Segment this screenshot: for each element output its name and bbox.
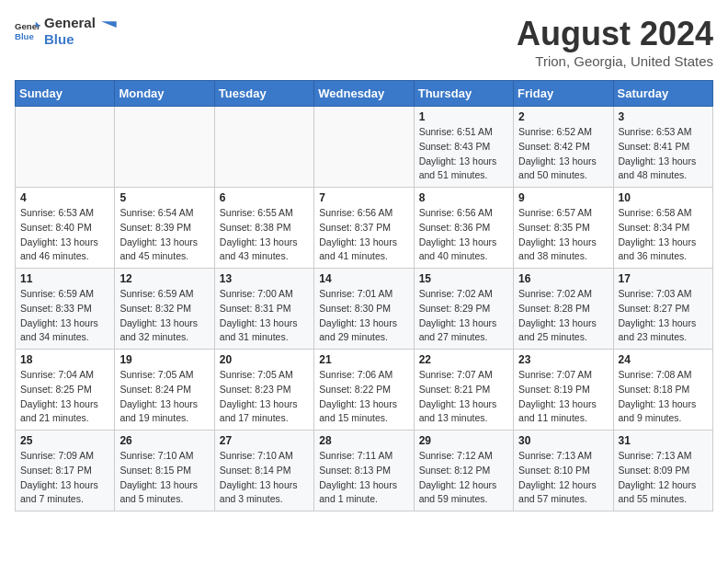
day-info: Sunrise: 6:52 AM Sunset: 8:42 PM Dayligh… [518,125,608,183]
day-info: Sunrise: 7:12 AM Sunset: 8:12 PM Dayligh… [419,449,508,507]
day-cell [314,107,414,188]
day-number: 23 [518,353,608,366]
day-info: Sunrise: 6:53 AM Sunset: 8:40 PM Dayligh… [20,206,109,264]
day-cell: 24Sunrise: 7:08 AM Sunset: 8:18 PM Dayli… [613,350,712,431]
day-number: 17 [619,272,708,285]
day-number: 27 [220,434,309,447]
day-cell: 8Sunrise: 6:56 AM Sunset: 8:36 PM Daylig… [414,188,513,269]
page-header: General Blue General Blue August 2024 Tr… [15,15,713,69]
day-info: Sunrise: 7:13 AM Sunset: 8:10 PM Dayligh… [518,449,608,507]
day-info: Sunrise: 7:04 AM Sunset: 8:25 PM Dayligh… [20,368,109,426]
week-row-1: 1Sunrise: 6:51 AM Sunset: 8:43 PM Daylig… [16,107,713,188]
day-cell: 2Sunrise: 6:52 AM Sunset: 8:42 PM Daylig… [514,107,613,188]
day-cell: 25Sunrise: 7:09 AM Sunset: 8:17 PM Dayli… [16,431,115,511]
day-cell: 21Sunrise: 7:06 AM Sunset: 8:22 PM Dayli… [314,350,414,431]
day-number: 20 [220,353,309,366]
day-number: 25 [20,434,109,447]
day-info: Sunrise: 7:08 AM Sunset: 8:18 PM Dayligh… [619,368,708,426]
day-cell: 20Sunrise: 7:05 AM Sunset: 8:23 PM Dayli… [214,350,313,431]
day-number: 19 [119,353,209,366]
header-thursday: Thursday [414,81,513,107]
week-row-5: 25Sunrise: 7:09 AM Sunset: 8:17 PM Dayli… [16,431,713,511]
header-saturday: Saturday [613,81,712,107]
day-cell: 15Sunrise: 7:02 AM Sunset: 8:29 PM Dayli… [414,269,513,350]
svg-text:Blue: Blue [15,31,34,41]
day-number: 12 [119,272,209,285]
day-cell: 29Sunrise: 7:12 AM Sunset: 8:12 PM Dayli… [414,431,513,511]
day-info: Sunrise: 6:51 AM Sunset: 8:43 PM Dayligh… [419,125,508,183]
day-info: Sunrise: 7:09 AM Sunset: 8:17 PM Dayligh… [20,449,109,507]
subtitle: Trion, Georgia, United States [517,53,713,69]
day-info: Sunrise: 7:11 AM Sunset: 8:13 PM Dayligh… [319,449,408,507]
day-number: 3 [619,110,708,123]
day-cell: 19Sunrise: 7:05 AM Sunset: 8:24 PM Dayli… [115,350,214,431]
day-cell: 17Sunrise: 7:03 AM Sunset: 8:27 PM Dayli… [613,269,712,350]
day-cell: 18Sunrise: 7:04 AM Sunset: 8:25 PM Dayli… [16,350,115,431]
day-cell: 26Sunrise: 7:10 AM Sunset: 8:15 PM Dayli… [115,431,214,511]
day-cell: 14Sunrise: 7:01 AM Sunset: 8:30 PM Dayli… [314,269,414,350]
day-number: 18 [20,353,109,366]
day-cell: 11Sunrise: 6:59 AM Sunset: 8:33 PM Dayli… [16,269,115,350]
day-info: Sunrise: 7:13 AM Sunset: 8:09 PM Dayligh… [619,449,708,507]
day-number: 4 [20,191,109,204]
day-number: 24 [619,353,708,366]
day-number: 9 [518,191,608,204]
day-number: 26 [119,434,209,447]
logo: General Blue General Blue [15,15,119,48]
day-number: 7 [319,191,408,204]
day-number: 13 [220,272,309,285]
day-cell: 28Sunrise: 7:11 AM Sunset: 8:13 PM Dayli… [314,431,414,511]
logo-text-blue: Blue [44,31,96,48]
day-number: 28 [319,434,408,447]
svg-marker-3 [101,21,117,28]
week-row-3: 11Sunrise: 6:59 AM Sunset: 8:33 PM Dayli… [16,269,713,350]
day-info: Sunrise: 7:10 AM Sunset: 8:14 PM Dayligh… [220,449,309,507]
header-friday: Friday [514,81,613,107]
day-info: Sunrise: 7:05 AM Sunset: 8:23 PM Dayligh… [220,368,309,426]
logo-arrow-icon [101,18,119,37]
day-cell: 22Sunrise: 7:07 AM Sunset: 8:21 PM Dayli… [414,350,513,431]
day-number: 31 [619,434,708,447]
day-info: Sunrise: 7:07 AM Sunset: 8:21 PM Dayligh… [419,368,508,426]
header-monday: Monday [115,81,214,107]
day-info: Sunrise: 7:01 AM Sunset: 8:30 PM Dayligh… [319,287,408,345]
day-info: Sunrise: 6:59 AM Sunset: 8:33 PM Dayligh… [20,287,109,345]
day-info: Sunrise: 7:10 AM Sunset: 8:15 PM Dayligh… [119,449,209,507]
day-cell: 30Sunrise: 7:13 AM Sunset: 8:10 PM Dayli… [514,431,613,511]
day-cell: 3Sunrise: 6:53 AM Sunset: 8:41 PM Daylig… [613,107,712,188]
day-info: Sunrise: 6:54 AM Sunset: 8:39 PM Dayligh… [119,206,209,264]
day-info: Sunrise: 6:58 AM Sunset: 8:34 PM Dayligh… [619,206,708,264]
day-info: Sunrise: 7:02 AM Sunset: 8:29 PM Dayligh… [419,287,508,345]
day-cell: 7Sunrise: 6:56 AM Sunset: 8:37 PM Daylig… [314,188,414,269]
day-number: 10 [619,191,708,204]
day-number: 11 [20,272,109,285]
main-title: August 2024 [517,15,713,53]
week-row-2: 4Sunrise: 6:53 AM Sunset: 8:40 PM Daylig… [16,188,713,269]
day-number: 8 [419,191,508,204]
day-info: Sunrise: 6:53 AM Sunset: 8:41 PM Dayligh… [619,125,708,183]
day-info: Sunrise: 7:05 AM Sunset: 8:24 PM Dayligh… [119,368,209,426]
header-sunday: Sunday [16,81,115,107]
day-cell: 16Sunrise: 7:02 AM Sunset: 8:28 PM Dayli… [514,269,613,350]
calendar-header: SundayMondayTuesdayWednesdayThursdayFrid… [16,81,713,107]
day-number: 29 [419,434,508,447]
day-cell: 23Sunrise: 7:07 AM Sunset: 8:19 PM Dayli… [514,350,613,431]
day-cell [214,107,313,188]
day-number: 22 [419,353,508,366]
calendar-body: 1Sunrise: 6:51 AM Sunset: 8:43 PM Daylig… [16,107,713,511]
day-info: Sunrise: 7:06 AM Sunset: 8:22 PM Dayligh… [319,368,408,426]
day-cell: 31Sunrise: 7:13 AM Sunset: 8:09 PM Dayli… [613,431,712,511]
day-cell: 6Sunrise: 6:55 AM Sunset: 8:38 PM Daylig… [214,188,313,269]
header-tuesday: Tuesday [214,81,313,107]
calendar-table: SundayMondayTuesdayWednesdayThursdayFrid… [15,80,713,511]
day-number: 16 [518,272,608,285]
day-info: Sunrise: 6:56 AM Sunset: 8:36 PM Dayligh… [419,206,508,264]
day-cell [115,107,214,188]
day-info: Sunrise: 7:07 AM Sunset: 8:19 PM Dayligh… [518,368,608,426]
day-number: 2 [518,110,608,123]
day-cell [16,107,115,188]
day-info: Sunrise: 6:56 AM Sunset: 8:37 PM Dayligh… [319,206,408,264]
day-cell: 12Sunrise: 6:59 AM Sunset: 8:32 PM Dayli… [115,269,214,350]
day-number: 6 [220,191,309,204]
logo-text-general: General [44,15,96,31]
